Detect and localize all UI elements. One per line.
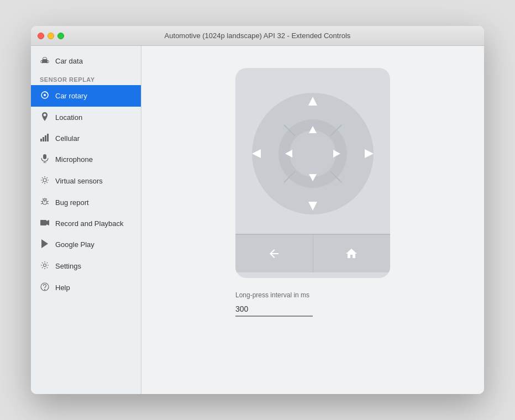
svg-rect-6 xyxy=(43,137,44,141)
sidebar-item-help[interactable]: Help xyxy=(31,277,141,298)
svg-rect-8 xyxy=(47,134,49,141)
sensor-replay-label: Sensor Replay xyxy=(40,76,95,83)
svg-point-4 xyxy=(44,94,46,96)
interval-section: Long-press interval in ms xyxy=(235,291,390,317)
sidebar-item-bug-report[interactable]: Bug report xyxy=(31,192,141,213)
sidebar-item-virtual-sensors[interactable]: Virtual sensors xyxy=(31,170,141,192)
sidebar-label-help: Help xyxy=(55,284,70,292)
virtual-sensors-icon xyxy=(40,176,50,186)
nav-bar xyxy=(235,234,390,272)
svg-point-26 xyxy=(45,290,45,290)
content-area: Car data Sensor Replay Car rotary xyxy=(31,46,484,394)
nav-home-button[interactable] xyxy=(313,235,391,272)
sidebar-item-location[interactable]: Location xyxy=(31,107,141,128)
nav-back-button[interactable] xyxy=(235,235,313,272)
sidebar-item-settings[interactable]: Settings xyxy=(31,255,141,277)
interval-input[interactable] xyxy=(235,302,313,317)
sidebar-label-google-play: Google Play xyxy=(55,240,94,249)
svg-point-1 xyxy=(42,62,43,64)
minimize-button[interactable] xyxy=(48,33,54,39)
svg-rect-7 xyxy=(45,135,46,141)
close-button[interactable] xyxy=(38,33,44,39)
cellular-icon xyxy=(40,134,50,143)
svg-line-16 xyxy=(47,201,49,202)
main-window: Automotive (1024p landscape) API 32 - Ex… xyxy=(31,26,484,394)
svg-line-15 xyxy=(41,201,43,202)
sidebar-label-car-rotary: Car rotary xyxy=(55,92,87,100)
sidebar-label-microphone: Microphone xyxy=(55,155,93,164)
sidebar: Car data Sensor Replay Car rotary xyxy=(31,46,141,394)
sidebar-label-car-data: Car data xyxy=(55,57,83,65)
titlebar: Automotive (1024p landscape) API 32 - Ex… xyxy=(31,26,484,46)
bug-icon xyxy=(40,197,50,208)
sidebar-item-google-play[interactable]: Google Play xyxy=(31,234,141,255)
google-play-icon xyxy=(40,239,50,250)
microphone-icon xyxy=(40,154,50,165)
svg-rect-21 xyxy=(40,220,46,225)
record-icon xyxy=(40,219,50,228)
svg-rect-9 xyxy=(43,154,46,159)
svg-marker-23 xyxy=(41,239,48,248)
svg-point-24 xyxy=(44,264,46,267)
sidebar-label-settings: Settings xyxy=(55,262,81,270)
location-icon xyxy=(40,112,50,123)
sidebar-item-car-data[interactable]: Car data xyxy=(31,50,141,72)
maximize-button[interactable] xyxy=(57,33,64,39)
sidebar-label-virtual-sensors: Virtual sensors xyxy=(55,177,103,185)
rotary-dial-svg xyxy=(235,68,390,234)
sidebar-item-cellular[interactable]: Cellular xyxy=(31,128,141,149)
sidebar-section-sensor: Sensor Replay xyxy=(31,72,141,85)
sidebar-label-cellular: Cellular xyxy=(55,134,80,143)
sidebar-item-microphone[interactable]: Microphone xyxy=(31,149,141,170)
sidebar-label-location: Location xyxy=(55,113,82,122)
svg-point-29 xyxy=(290,130,336,177)
sidebar-item-record-playback[interactable]: Record and Playback xyxy=(31,213,141,234)
rotary-container: Long-press interval in ms xyxy=(235,68,390,317)
rotary-widget xyxy=(235,68,390,278)
car-icon xyxy=(40,56,50,66)
rotary-icon xyxy=(40,91,50,101)
svg-line-19 xyxy=(43,199,44,200)
traffic-lights xyxy=(38,33,64,39)
sidebar-label-record-playback: Record and Playback xyxy=(55,219,124,228)
svg-rect-5 xyxy=(40,139,42,141)
interval-label: Long-press interval in ms xyxy=(235,291,390,299)
help-icon xyxy=(40,282,50,293)
svg-line-17 xyxy=(41,203,43,204)
svg-line-20 xyxy=(46,199,48,200)
sidebar-item-car-rotary[interactable]: Car rotary xyxy=(31,85,141,107)
settings-icon xyxy=(40,261,50,271)
svg-line-18 xyxy=(47,203,49,204)
main-panel: Long-press interval in ms xyxy=(141,46,484,394)
svg-marker-22 xyxy=(46,220,49,225)
window-title: Automotive (1024p landscape) API 32 - Ex… xyxy=(165,32,351,40)
sidebar-label-bug-report: Bug report xyxy=(55,198,89,207)
svg-point-12 xyxy=(43,179,46,182)
svg-point-2 xyxy=(46,62,48,64)
